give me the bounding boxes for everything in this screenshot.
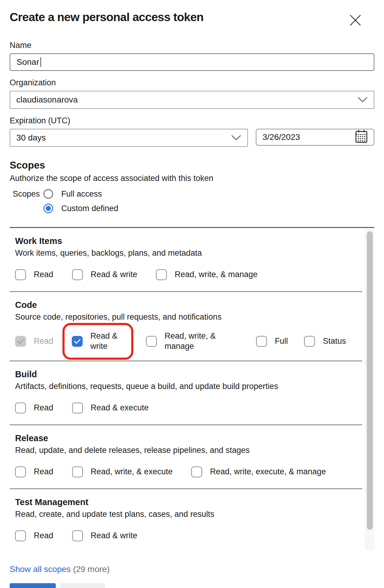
checkbox-item-read: Read	[15, 530, 53, 541]
checkbox-item-read-write-manage: Read, write, & manage	[156, 269, 258, 280]
radio-full-access-label: Full access	[61, 189, 102, 199]
checkbox-item-read-write-execute: Read, write, & execute	[72, 466, 173, 477]
chevron-down-icon	[357, 95, 368, 105]
scope-section-release: Release Read, update, and delete release…	[10, 425, 362, 489]
expiration-duration-select[interactable]: 30 days	[10, 129, 248, 147]
scope-section-title: Release	[15, 433, 362, 443]
cancel-button[interactable]: Cancel	[60, 583, 105, 588]
checkbox-read[interactable]	[15, 269, 26, 280]
scrollbar[interactable]	[365, 229, 374, 550]
checkbox-item-read: Read	[15, 466, 53, 477]
show-all-scopes-link[interactable]: Show all scopes	[10, 564, 71, 574]
checkbox-read-write-manage[interactable]	[156, 269, 167, 280]
checkbox-label: Read, write, execute, & manage	[210, 467, 326, 477]
button-row: Create Cancel	[10, 583, 374, 588]
checkbox-label: Read	[34, 467, 53, 477]
radio-custom-defined[interactable]	[43, 204, 53, 213]
show-all-scopes-row: Show all scopes (29 more)	[10, 564, 374, 574]
checkbox-label: Read & write	[91, 531, 138, 541]
scope-section-build: Build Artifacts, definitions, requests, …	[10, 361, 362, 425]
name-input[interactable]: Sonar	[10, 53, 374, 71]
checkbox-label: Read & write	[90, 331, 124, 352]
checkbox-label: Read, write, & manage	[165, 331, 234, 352]
checkbox-read[interactable]	[15, 530, 26, 541]
close-icon	[349, 23, 362, 27]
checkbox-item-full: Full	[256, 336, 288, 347]
scope-section-title: Build	[15, 369, 362, 379]
scope-section-description: Read, update, and delete releases, relea…	[15, 446, 362, 455]
scrollbar-thumb[interactable]	[367, 231, 373, 530]
checkbox-row: Read Read & write Read, write, & manage	[15, 267, 362, 282]
calendar-icon	[355, 129, 368, 145]
expiration-label: Expiration (UTC)	[10, 116, 374, 125]
red-annotation-ring: Read & write	[62, 323, 133, 360]
dialog-header: Create a new personal access token	[10, 10, 374, 27]
radio-full-access[interactable]	[43, 189, 53, 199]
checkbox-row: Read Read & execute	[15, 400, 362, 416]
checkbox-row: Read Read, write, & execute Read, write,…	[15, 464, 362, 479]
checkbox-read-write-checked[interactable]	[72, 336, 83, 347]
radio-row-custom-defined: Custom defined	[43, 202, 374, 215]
radio-custom-defined-label: Custom defined	[61, 204, 118, 213]
checkbox-label: Read, write, & execute	[91, 467, 173, 477]
create-button[interactable]: Create	[10, 583, 56, 588]
scope-section-work-items: Work Items Work items, queries, backlogs…	[10, 228, 362, 292]
checkbox-item-read: Read	[15, 269, 53, 280]
checkbox-item-read-disabled: Read	[15, 336, 53, 347]
scopes-heading: Scopes	[10, 160, 374, 171]
scope-section-title: Test Management	[15, 497, 362, 507]
text-caret	[40, 57, 41, 67]
name-label: Name	[10, 41, 374, 50]
expiration-date-input[interactable]: 3/26/2023	[256, 129, 374, 146]
scope-section-test-management: Test Management Read, create, and update…	[10, 489, 362, 550]
checkbox-label: Read, write, & manage	[175, 270, 258, 280]
checkbox-read-disabled	[15, 336, 26, 347]
expiration-duration-value: 30 days	[16, 133, 46, 143]
checkbox-read-write[interactable]	[72, 269, 83, 280]
scopes-panel: Work Items Work items, queries, backlogs…	[10, 227, 374, 550]
close-button[interactable]	[349, 14, 362, 27]
checkbox-label: Full	[275, 336, 288, 346]
organization-select[interactable]: claudiasonarova	[10, 91, 374, 109]
checkbox-read[interactable]	[15, 466, 26, 477]
checkbox-label: Read	[34, 531, 53, 541]
checkbox-item-read-write: Read & write	[72, 530, 138, 541]
checkbox-status[interactable]	[304, 336, 315, 347]
checkbox-item-read-write: Read & write	[72, 269, 138, 280]
scopes-radio-group: Scopes Full access Custom defined	[10, 187, 374, 215]
radio-row-full-access: Scopes Full access	[10, 187, 374, 201]
checkbox-read-write[interactable]	[72, 530, 83, 541]
checkbox-item-read-write: Read & write	[72, 331, 124, 352]
checkbox-read-write-execute[interactable]	[72, 466, 83, 477]
organization-label: Organization	[10, 78, 374, 87]
checkbox-read-execute[interactable]	[72, 403, 83, 413]
checkbox-label: Read	[34, 270, 53, 280]
organization-select-value: claudiasonarova	[16, 95, 78, 105]
checkbox-label: Read	[34, 403, 53, 413]
checkbox-item-read-write-execute-manage: Read, write, execute, & manage	[191, 466, 326, 477]
checkbox-full[interactable]	[256, 336, 267, 347]
scope-section-code: Code Source code, repositories, pull req…	[10, 292, 362, 361]
scope-section-description: Read, create, and update test plans, cas…	[15, 510, 362, 519]
checkbox-label: Read & execute	[91, 403, 149, 413]
checkbox-item-status: Status	[304, 336, 346, 347]
scope-section-description: Work items, queries, backlogs, plans, an…	[15, 248, 362, 258]
scope-section-title: Code	[15, 300, 362, 310]
checkbox-read-write-execute-manage[interactable]	[191, 466, 202, 477]
scopes-description: Authorize the scope of access associated…	[10, 174, 374, 183]
chevron-down-icon	[231, 133, 241, 143]
scope-section-title: Work Items	[15, 236, 362, 246]
checkbox-read-write-manage[interactable]	[146, 336, 157, 347]
checkbox-item-read: Read	[15, 403, 53, 413]
scopes-radio-group-label: Scopes	[13, 189, 43, 199]
checkbox-label: Read & write	[91, 270, 138, 280]
name-input-value: Sonar	[17, 57, 39, 67]
checkbox-row: Read Read & write	[15, 528, 362, 543]
more-scopes-count: (29 more)	[73, 564, 109, 574]
checkbox-item-read-execute: Read & execute	[72, 403, 149, 413]
checkbox-row: Read Read & write Read, write, & manage …	[15, 331, 362, 352]
checkbox-label: Status	[323, 336, 346, 346]
checkbox-read[interactable]	[15, 403, 26, 413]
scope-section-description: Source code, repositories, pull requests…	[15, 312, 362, 322]
expiration-date-value: 3/26/2023	[262, 132, 300, 142]
